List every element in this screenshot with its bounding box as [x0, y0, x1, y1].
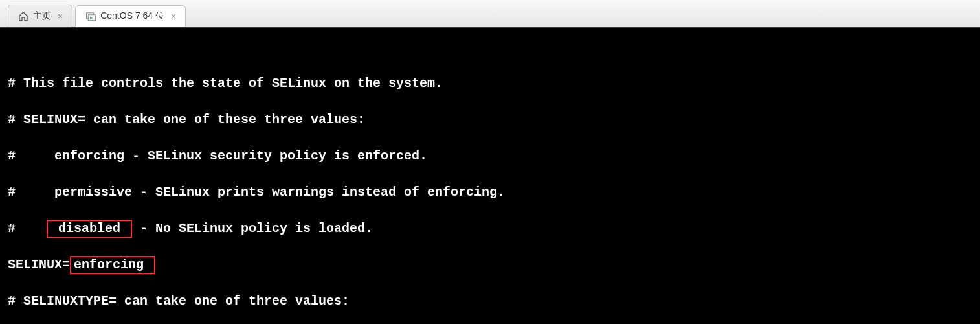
tab-home-label: 主页 [33, 10, 51, 22]
text-prefix: SELINUX= [8, 257, 70, 272]
terminal-line: # enforcing - SELinux security policy is… [8, 147, 972, 165]
tab-home[interactable]: 主页 × [8, 5, 72, 27]
home-icon [17, 10, 29, 22]
terminal-output[interactable]: # This file controls the state of SELinu… [0, 27, 980, 324]
terminal-line: SELINUX=enforcing [8, 256, 972, 274]
close-icon[interactable]: × [58, 12, 63, 21]
highlight-disabled: disabled [47, 220, 132, 238]
text-prefix: # [8, 221, 47, 236]
tab-vm-centos[interactable]: CentOS 7 64 位 × [75, 5, 186, 27]
close-icon[interactable]: × [171, 12, 176, 21]
terminal-line: # This file controls the state of SELinu… [8, 75, 972, 93]
tab-bar: 主页 × CentOS 7 64 位 × [0, 0, 980, 27]
terminal-line: # permissive - SELinux prints warnings i… [8, 183, 972, 202]
text-suffix: - No SELinux policy is loaded. [132, 221, 373, 236]
tab-vm-label: CentOS 7 64 位 [100, 10, 164, 22]
highlight-enforcing: enforcing [70, 256, 155, 274]
terminal-line: # SELINUX= can take one of these three v… [8, 111, 972, 129]
terminal-line: # disabled - No SELinux policy is loaded… [8, 220, 972, 238]
vm-window-icon [85, 10, 96, 22]
terminal-line: # SELINUXTYPE= can take one of three val… [8, 292, 972, 310]
